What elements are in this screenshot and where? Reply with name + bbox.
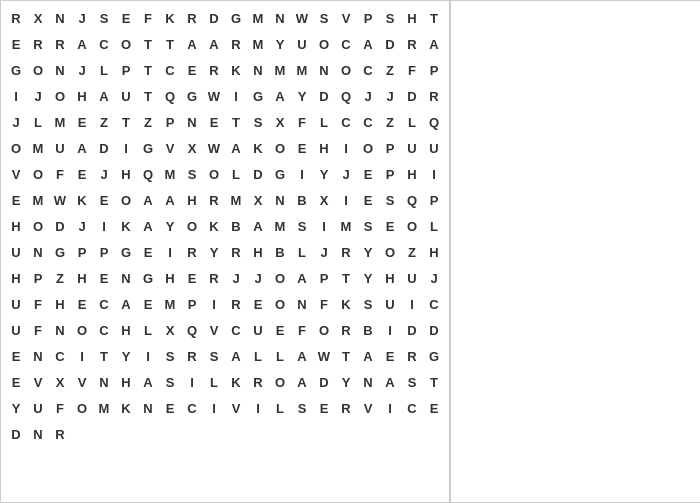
grid-cell: S xyxy=(159,369,181,395)
grid-cell: J xyxy=(357,83,379,109)
grid-cell: A xyxy=(181,31,203,57)
word-search-puzzle: RXNJSEFKRDGMNWSVPSHTERRACOTTAARMYUOCADRA… xyxy=(0,0,450,503)
grid-cell: H xyxy=(423,239,445,265)
grid-cell: S xyxy=(93,5,115,31)
grid-cell: S xyxy=(291,395,313,421)
grid-cell: O xyxy=(27,213,49,239)
grid-cell: T xyxy=(335,265,357,291)
grid-cell: E xyxy=(203,109,225,135)
grid-cell: I xyxy=(137,343,159,369)
grid-cell: S xyxy=(291,213,313,239)
grid-cell: P xyxy=(71,239,93,265)
grid-cell: A xyxy=(93,83,115,109)
grid-cell: E xyxy=(137,291,159,317)
grid-cell: F xyxy=(27,317,49,343)
grid-cell: E xyxy=(269,317,291,343)
grid-cell: N xyxy=(49,57,71,83)
grid-cell: M xyxy=(247,5,269,31)
grid-cell: Y xyxy=(335,369,357,395)
grid-cell: O xyxy=(181,213,203,239)
grid-cell: O xyxy=(379,239,401,265)
grid-cell: V xyxy=(71,369,93,395)
grid-cell: U xyxy=(379,291,401,317)
grid-cell: U xyxy=(291,31,313,57)
grid-cell: T xyxy=(137,57,159,83)
grid-cell: O xyxy=(269,369,291,395)
grid-cell: R xyxy=(401,31,423,57)
grid-cell: C xyxy=(49,343,71,369)
grid-cell: K xyxy=(115,213,137,239)
grid-cell: E xyxy=(5,343,27,369)
grid-cell: V xyxy=(357,395,379,421)
grid-cell: R xyxy=(335,239,357,265)
grid-cell: P xyxy=(423,187,445,213)
grid-cell: V xyxy=(203,317,225,343)
grid-cell: A xyxy=(203,31,225,57)
grid-cell: X xyxy=(247,187,269,213)
grid-cell: N xyxy=(49,5,71,31)
grid-cell: O xyxy=(115,187,137,213)
grid-cell: R xyxy=(203,57,225,83)
grid-cell: M xyxy=(291,57,313,83)
grid-cell: H xyxy=(401,161,423,187)
grid-cell: R xyxy=(401,343,423,369)
grid-cell: C xyxy=(357,109,379,135)
grid-cell: A xyxy=(137,187,159,213)
grid-cell: B xyxy=(357,317,379,343)
grid-cell: J xyxy=(423,265,445,291)
grid-cell: E xyxy=(181,57,203,83)
grid-cell: N xyxy=(291,291,313,317)
grid-cell: S xyxy=(401,369,423,395)
grid-cell: P xyxy=(181,291,203,317)
grid-cell: T xyxy=(335,343,357,369)
grid-cell: O xyxy=(269,265,291,291)
grid-cell: K xyxy=(247,135,269,161)
grid-cell: C xyxy=(93,317,115,343)
grid-cell: E xyxy=(115,5,137,31)
grid-cell: A xyxy=(137,213,159,239)
grid-cell: X xyxy=(181,135,203,161)
letter-grid: RXNJSEFKRDGMNWSVPSHTERRACOTTAARMYUOCADRA… xyxy=(5,5,445,473)
grid-cell: L xyxy=(247,343,269,369)
grid-cell: J xyxy=(247,265,269,291)
grid-cell: H xyxy=(115,369,137,395)
grid-cell: U xyxy=(49,135,71,161)
grid-cell: G xyxy=(5,57,27,83)
grid-cell: I xyxy=(379,317,401,343)
grid-cell: E xyxy=(379,343,401,369)
grid-cell: J xyxy=(379,83,401,109)
grid-cell: N xyxy=(137,395,159,421)
grid-cell: D xyxy=(313,83,335,109)
grid-cell: F xyxy=(137,5,159,31)
grid-cell: J xyxy=(71,57,93,83)
grid-cell: T xyxy=(93,343,115,369)
grid-cell: O xyxy=(401,213,423,239)
grid-cell: B xyxy=(269,239,291,265)
grid-cell: V xyxy=(5,161,27,187)
grid-cell: I xyxy=(379,395,401,421)
grid-cell: T xyxy=(423,369,445,395)
grid-cell: A xyxy=(379,369,401,395)
grid-cell: E xyxy=(93,265,115,291)
grid-cell: T xyxy=(115,109,137,135)
grid-cell: H xyxy=(5,265,27,291)
grid-cell: Z xyxy=(49,265,71,291)
grid-cell: P xyxy=(379,161,401,187)
grid-cell: E xyxy=(137,239,159,265)
grid-cell: U xyxy=(401,135,423,161)
grid-cell: Q xyxy=(401,187,423,213)
grid-cell: J xyxy=(5,109,27,135)
grid-cell: D xyxy=(401,83,423,109)
grid-cell: P xyxy=(115,57,137,83)
grid-cell: N xyxy=(27,421,49,447)
grid-cell: C xyxy=(93,31,115,57)
grid-cell: L xyxy=(93,57,115,83)
grid-cell: V xyxy=(335,5,357,31)
grid-cell: S xyxy=(357,213,379,239)
grid-cell: Q xyxy=(159,83,181,109)
grid-cell: R xyxy=(49,421,71,447)
grid-cell: P xyxy=(159,109,181,135)
grid-cell: Q xyxy=(181,317,203,343)
grid-cell: M xyxy=(27,187,49,213)
grid-cell: A xyxy=(291,369,313,395)
